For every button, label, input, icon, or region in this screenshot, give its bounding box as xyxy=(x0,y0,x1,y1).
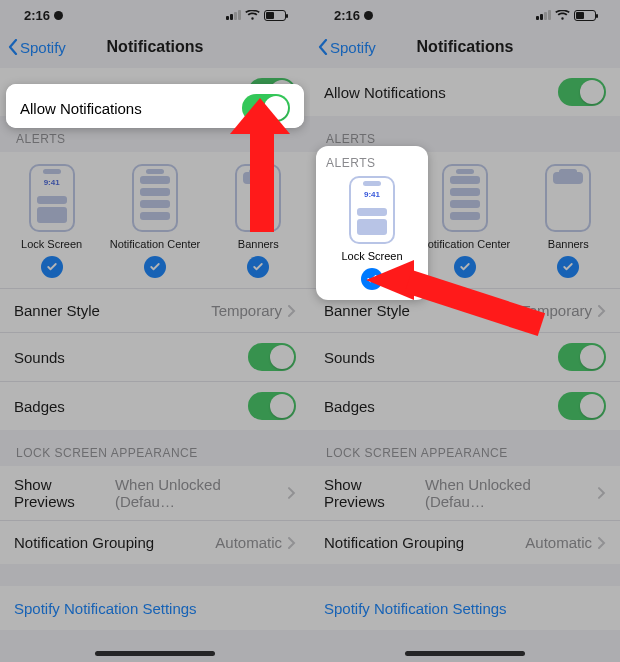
show-previews-label: Show Previews xyxy=(14,476,115,510)
alert-label-lock: Lock Screen xyxy=(21,238,82,250)
check-icon[interactable] xyxy=(144,256,166,278)
status-time: 2:16 xyxy=(24,8,50,23)
show-previews-row[interactable]: Show Previews When Unlocked (Defau… xyxy=(0,466,310,520)
battery-icon xyxy=(574,10,596,21)
grouping-row[interactable]: Notification Grouping Automatic xyxy=(0,520,310,564)
grouping-value: Automatic xyxy=(525,534,592,551)
status-bar: 2:16 xyxy=(310,0,620,26)
chevron-right-icon xyxy=(598,487,606,499)
banner-style-value: Temporary xyxy=(521,302,592,319)
badges-toggle[interactable] xyxy=(248,392,296,420)
camera-indicator-icon xyxy=(364,11,373,20)
page-title: Notifications xyxy=(107,38,204,56)
app-notification-settings-row[interactable]: Spotify Notification Settings xyxy=(310,586,620,630)
banner-style-row[interactable]: Banner Style Temporary xyxy=(0,288,310,332)
check-icon[interactable] xyxy=(247,256,269,278)
alert-option-banners[interactable]: Banners xyxy=(520,164,616,278)
alert-option-banners[interactable]: Banners xyxy=(210,164,306,278)
camera-indicator-icon xyxy=(54,11,63,20)
app-settings-label: Spotify Notification Settings xyxy=(14,600,197,617)
highlight-allow-notifications: Allow Notifications xyxy=(6,84,304,128)
chevron-right-icon xyxy=(288,305,296,317)
badges-label: Badges xyxy=(324,398,375,415)
home-indicator[interactable] xyxy=(95,651,215,656)
back-button[interactable]: Spotify xyxy=(8,26,66,68)
nc-preview-icon xyxy=(442,164,488,232)
lockscreen-preview-icon: 9:41 xyxy=(349,176,395,244)
page-title: Notifications xyxy=(417,38,514,56)
show-previews-label: Show Previews xyxy=(324,476,425,510)
chevron-left-icon xyxy=(8,39,18,55)
battery-icon xyxy=(264,10,286,21)
wifi-icon xyxy=(245,10,260,21)
banner-style-value: Temporary xyxy=(211,302,282,319)
sounds-row[interactable]: Sounds xyxy=(0,332,310,381)
badges-row[interactable]: Badges xyxy=(0,381,310,430)
nc-preview-icon xyxy=(132,164,178,232)
home-indicator[interactable] xyxy=(405,651,525,656)
back-label: Spotify xyxy=(330,39,376,56)
screenshot-left: 2:16 Spotify Notifications Allow Notific… xyxy=(0,0,310,662)
chevron-left-icon xyxy=(318,39,328,55)
section-alerts: ALERTS xyxy=(316,152,428,176)
nav-bar: Spotify Notifications xyxy=(0,26,310,68)
alert-option-nc[interactable]: Notification Center xyxy=(417,164,513,278)
app-notification-settings-row[interactable]: Spotify Notification Settings xyxy=(0,586,310,630)
chevron-right-icon xyxy=(598,537,606,549)
alert-label-nc: Notification Center xyxy=(110,238,201,250)
alert-option-nc[interactable]: Notification Center xyxy=(107,164,203,278)
highlight-lockscreen-option: ALERTS 9:41 Lock Screen xyxy=(316,146,428,300)
check-icon[interactable] xyxy=(557,256,579,278)
show-previews-row[interactable]: Show Previews When Unlocked (Defau… xyxy=(310,466,620,520)
back-button[interactable]: Spotify xyxy=(318,26,376,68)
allow-notifications-toggle[interactable] xyxy=(558,78,606,106)
check-icon[interactable] xyxy=(41,256,63,278)
show-previews-value: When Unlocked (Defau… xyxy=(425,476,592,510)
allow-notifications-label: Allow Notifications xyxy=(324,84,446,101)
grouping-label: Notification Grouping xyxy=(14,534,154,551)
badges-row[interactable]: Badges xyxy=(310,381,620,430)
signal-icon xyxy=(226,10,241,20)
screenshot-right: 2:16 Spotify Notifications Allow Notific… xyxy=(310,0,620,662)
status-bar: 2:16 xyxy=(0,0,310,26)
chevron-right-icon xyxy=(598,305,606,317)
section-appearance: LOCK SCREEN APPEARANCE xyxy=(310,430,620,466)
badges-label: Badges xyxy=(14,398,65,415)
grouping-row[interactable]: Notification Grouping Automatic xyxy=(310,520,620,564)
show-previews-value: When Unlocked (Defau… xyxy=(115,476,282,510)
chevron-right-icon xyxy=(288,537,296,549)
sounds-row[interactable]: Sounds xyxy=(310,332,620,381)
alert-option-lockscreen[interactable]: 9:41 Lock Screen xyxy=(4,164,100,278)
banner-preview-icon xyxy=(235,164,281,232)
sounds-label: Sounds xyxy=(324,349,375,366)
allow-notifications-toggle[interactable] xyxy=(242,94,290,122)
status-time: 2:16 xyxy=(334,8,360,23)
banner-style-label: Banner Style xyxy=(324,302,410,319)
check-icon[interactable] xyxy=(361,268,383,290)
sounds-toggle[interactable] xyxy=(248,343,296,371)
sounds-label: Sounds xyxy=(14,349,65,366)
badges-toggle[interactable] xyxy=(558,392,606,420)
grouping-value: Automatic xyxy=(215,534,282,551)
section-appearance: LOCK SCREEN APPEARANCE xyxy=(0,430,310,466)
nav-bar: Spotify Notifications xyxy=(310,26,620,68)
banner-preview-icon xyxy=(545,164,591,232)
alerts-box: 9:41 Lock Screen Notification Center Ban… xyxy=(0,152,310,288)
lockscreen-preview-icon: 9:41 xyxy=(29,164,75,232)
check-icon[interactable] xyxy=(454,256,476,278)
back-label: Spotify xyxy=(20,39,66,56)
allow-notifications-row[interactable]: Allow Notifications xyxy=(310,68,620,116)
alert-label-banners: Banners xyxy=(238,238,279,250)
wifi-icon xyxy=(555,10,570,21)
alert-label-banners: Banners xyxy=(548,238,589,250)
alert-option-lockscreen[interactable]: 9:41 Lock Screen xyxy=(316,176,428,290)
signal-icon xyxy=(536,10,551,20)
chevron-right-icon xyxy=(288,487,296,499)
allow-notifications-label: Allow Notifications xyxy=(20,100,142,117)
grouping-label: Notification Grouping xyxy=(324,534,464,551)
alert-label-nc: Notification Center xyxy=(420,238,511,250)
sounds-toggle[interactable] xyxy=(558,343,606,371)
banner-style-label: Banner Style xyxy=(14,302,100,319)
app-settings-label: Spotify Notification Settings xyxy=(324,600,507,617)
allow-notifications-row[interactable]: Allow Notifications xyxy=(6,84,304,128)
